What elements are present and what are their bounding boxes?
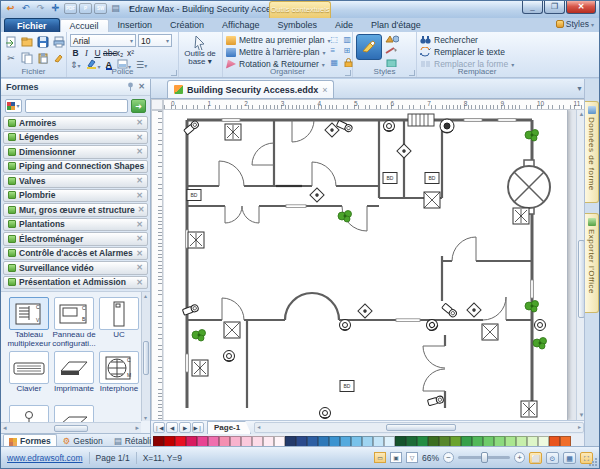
app-menu-icon[interactable]: ↩ — [4, 2, 17, 15]
close-icon[interactable]: ✕ — [136, 191, 143, 200]
close-icon[interactable]: ✕ — [136, 176, 143, 185]
close-icon[interactable]: ✕ — [138, 205, 145, 214]
color-swatch[interactable] — [175, 436, 186, 447]
close-icon[interactable]: ✕ — [136, 147, 143, 156]
color-swatch[interactable] — [219, 436, 230, 447]
zoom-region-icon[interactable]: ⊙ — [546, 452, 559, 464]
color-swatch[interactable] — [560, 436, 571, 447]
close-icon[interactable]: ✕ — [136, 220, 143, 229]
undo-icon[interactable]: ↶ — [19, 2, 32, 15]
color-swatch[interactable] — [505, 436, 516, 447]
color-swatch[interactable] — [494, 436, 505, 447]
font-name-select[interactable]: Arial▾ — [70, 34, 136, 47]
prev-page-button[interactable]: ◀ — [166, 422, 178, 433]
format-painter-icon[interactable] — [52, 51, 66, 65]
save-icon[interactable] — [36, 35, 50, 49]
color-swatch[interactable] — [285, 436, 296, 447]
tab-insertion[interactable]: Insertion — [109, 19, 162, 32]
page-tab[interactable]: Page-1 — [207, 421, 251, 434]
stencil-item[interactable]: Surveillance vidéo ✕ — [3, 261, 148, 275]
color-swatch[interactable] — [208, 436, 219, 447]
shape-config-panel[interactable]: CB Panneau de configurati... — [52, 297, 96, 348]
styles-gallery-button[interactable] — [356, 34, 382, 60]
tab-exporter-office[interactable]: Exporter l'Office — [585, 213, 599, 313]
tab-affichage[interactable]: Affichage — [213, 19, 268, 32]
export-ppt-icon[interactable]: P — [79, 3, 92, 14]
view-pagebreak-icon[interactable]: ▣ — [390, 452, 402, 463]
stencil-item[interactable]: Valves ✕ — [3, 174, 148, 188]
color-swatch[interactable] — [230, 436, 241, 447]
color-swatch[interactable] — [307, 436, 318, 447]
subscript-button[interactable]: x₂ — [114, 48, 125, 58]
view-normal-icon[interactable]: ▭ — [374, 452, 386, 463]
send-to-back-button[interactable]: Mettre à l'arrière-plan▾ — [226, 46, 331, 58]
close-document-icon[interactable]: × — [322, 85, 327, 95]
minimize-button[interactable]: _ — [522, 1, 543, 14]
stencil-item[interactable]: Dimensionner ✕ — [3, 145, 148, 159]
color-swatch[interactable] — [263, 436, 274, 447]
underline-button[interactable]: U — [92, 48, 103, 58]
maximize-button[interactable]: ❐ — [544, 1, 565, 14]
zoom-slider-thumb[interactable] — [481, 452, 488, 463]
redo-icon[interactable]: ↷ — [34, 2, 47, 15]
tab-accueil[interactable]: Accueil — [60, 19, 109, 32]
import-icon[interactable] — [4, 35, 18, 49]
color-swatch[interactable] — [153, 436, 164, 447]
color-swatch[interactable] — [186, 436, 197, 447]
resize-grip[interactable] — [588, 457, 598, 467]
paste-icon[interactable] — [36, 51, 50, 65]
tab-donnees-de-forme[interactable]: Données de forme — [585, 101, 599, 203]
stencil-item[interactable]: Plombrie ✕ — [3, 189, 148, 203]
shape-keyboard[interactable]: Clavier — [7, 351, 51, 402]
color-swatch[interactable] — [296, 436, 307, 447]
color-swatch[interactable] — [395, 436, 406, 447]
color-swatch[interactable] — [329, 436, 340, 447]
shape-uc[interactable]: UC — [97, 297, 141, 348]
stencil-item[interactable]: Piping and Connection Shapes ✕ — [3, 160, 148, 174]
superscript-button[interactable]: x² — [125, 48, 136, 58]
theme-style-icon[interactable] — [385, 35, 399, 45]
cut-icon[interactable]: ✂ — [4, 51, 18, 65]
police-dialog-launcher[interactable] — [171, 70, 177, 76]
color-swatch[interactable] — [406, 436, 417, 447]
search-shapes-input[interactable] — [25, 99, 128, 113]
color-swatch[interactable] — [318, 436, 329, 447]
styles-dialog-launcher[interactable] — [409, 70, 415, 76]
close-button[interactable]: ✕ — [566, 1, 596, 14]
color-swatch[interactable] — [164, 436, 175, 447]
color-swatch[interactable] — [461, 436, 472, 447]
last-page-button[interactable]: ▶❘ — [192, 422, 204, 433]
view-fullscreen-icon[interactable]: ▽ — [406, 452, 418, 463]
pin-icon[interactable] — [127, 82, 134, 93]
document-tab[interactable]: Building Security Access.eddx × — [167, 80, 334, 98]
canvas-horizontal-scrollbar[interactable]: ◂▸ — [254, 422, 584, 433]
print-icon[interactable] — [52, 35, 66, 49]
copy-icon[interactable] — [20, 51, 34, 65]
styles-menu-button[interactable]: Styles ▾ — [556, 19, 594, 29]
color-swatch[interactable] — [373, 436, 384, 447]
zoom-in-button[interactable]: + — [514, 452, 525, 463]
strikethrough-button[interactable]: abc — [103, 48, 114, 58]
stencil-item[interactable]: Mur, gros œuvre et structure ✕ — [3, 203, 148, 217]
color-swatch[interactable] — [538, 436, 549, 447]
color-swatch[interactable] — [351, 436, 362, 447]
edrawsoft-link[interactable]: www.edrawsoft.com — [7, 453, 83, 463]
color-swatch[interactable] — [527, 436, 538, 447]
close-icon[interactable]: ✕ — [136, 263, 143, 272]
color-swatch[interactable] — [428, 436, 439, 447]
close-icon[interactable]: ✕ — [136, 118, 143, 127]
shape-printer[interactable]: Imprimante — [52, 351, 96, 402]
stencil-item[interactable]: Contrôle d'accès et Alarmes ✕ — [3, 247, 148, 261]
color-swatch[interactable] — [241, 436, 252, 447]
export-swf-icon[interactable]: SW — [94, 3, 107, 14]
library-picker-button[interactable]: ▾ — [5, 99, 22, 113]
outils-de-base-button[interactable]: Outils de base ▾ — [182, 34, 218, 67]
color-swatch[interactable] — [516, 436, 527, 447]
color-swatch[interactable] — [450, 436, 461, 447]
stencil-item[interactable]: Plantations ✕ — [3, 218, 148, 232]
stencil-item[interactable]: Électroménager ✕ — [3, 232, 148, 246]
color-swatch[interactable] — [384, 436, 395, 447]
color-swatch[interactable] — [252, 436, 263, 447]
color-swatch[interactable] — [439, 436, 450, 447]
close-icon[interactable]: ✕ — [136, 249, 143, 258]
